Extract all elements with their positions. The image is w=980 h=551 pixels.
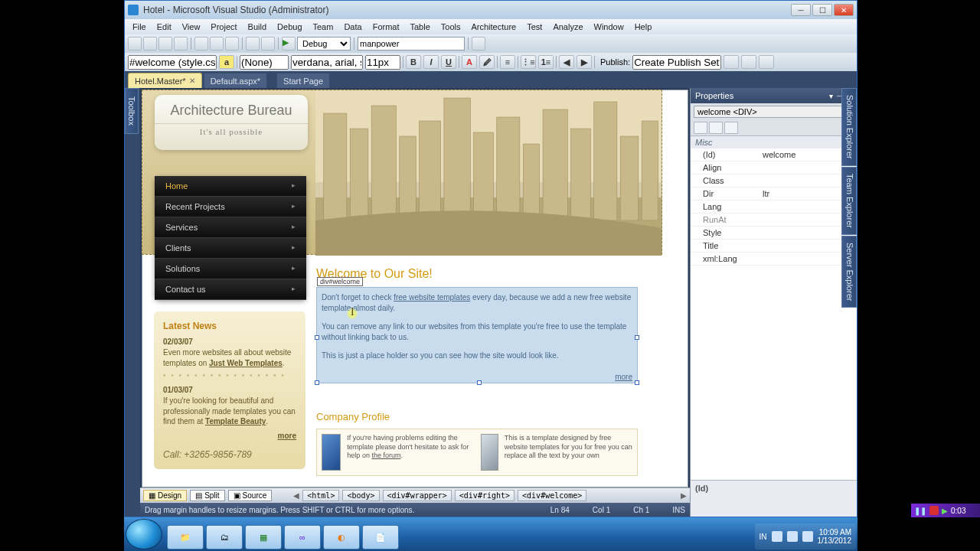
redo-button[interactable] <box>261 37 275 51</box>
split-view-button[interactable]: ▤ Split <box>190 490 224 501</box>
nav-clients[interactable]: Clients <box>155 238 306 259</box>
prop-lang-key[interactable]: Lang <box>691 201 760 213</box>
outdent-button[interactable]: ◀ <box>559 55 574 69</box>
team-explorer-tab[interactable]: Team Explorer <box>841 167 857 235</box>
publish-button-2[interactable] <box>741 55 756 69</box>
tray-network-icon[interactable] <box>787 531 798 542</box>
titlebar[interactable]: Hotel - Microsoft Visual Studio (Adminis… <box>125 1 857 19</box>
publish-button-3[interactable] <box>759 55 774 69</box>
tray-volume-icon[interactable] <box>802 531 813 542</box>
welcome-more-link[interactable]: more <box>615 373 632 381</box>
news-link-1[interactable]: Template Beauty <box>205 417 266 425</box>
record-icon[interactable] <box>929 506 939 515</box>
save-all-button[interactable] <box>174 37 188 51</box>
menubar[interactable]: File Edit View Project Build Debug Team … <box>125 19 857 34</box>
menu-architecture[interactable]: Architecture <box>466 21 521 33</box>
nav-services[interactable]: Services <box>155 217 306 238</box>
system-tray[interactable]: IN 10:09 AM1/13/2012 <box>755 523 857 549</box>
highlight-button[interactable]: 🖉 <box>479 55 495 69</box>
tab-default-aspx[interactable]: Default.aspx* <box>204 73 267 88</box>
prop-title-key[interactable]: Title <box>691 240 760 252</box>
resize-handle[interactable] <box>315 380 319 385</box>
crumb-body[interactable]: <body> <box>342 490 379 501</box>
welcome-link[interactable]: free website templates <box>394 293 470 302</box>
publish-button-1[interactable] <box>724 55 739 69</box>
underline-button[interactable]: U <box>441 55 456 69</box>
menu-window[interactable]: Window <box>590 21 629 33</box>
bullets-button[interactable]: ⋮≡ <box>521 55 536 69</box>
crumb-welcome[interactable]: <div#welcome> <box>518 490 586 501</box>
forum-link[interactable]: the forum <box>371 452 400 459</box>
nav-recent[interactable]: Recent Projects <box>155 197 306 217</box>
events-button[interactable] <box>724 122 738 134</box>
task-excel[interactable]: ▦ <box>245 525 282 549</box>
crumb-right[interactable]: <div#right> <box>455 490 514 501</box>
tray-lang[interactable]: IN <box>760 533 767 541</box>
new-button[interactable] <box>128 37 142 51</box>
category-misc[interactable]: Misc <box>695 138 713 147</box>
menu-file[interactable]: File <box>128 21 151 33</box>
element-selector[interactable]: welcome <DIV> <box>694 106 854 118</box>
task-explorer[interactable]: 📁 <box>167 525 204 549</box>
prop-style-key[interactable]: Style <box>691 227 760 239</box>
nav-solutions[interactable]: Solutions <box>155 259 306 279</box>
task-vs[interactable]: ∞ <box>284 525 321 549</box>
close-icon[interactable]: ✕ <box>189 77 195 85</box>
indent-button[interactable]: ▶ <box>577 55 592 69</box>
welcome-div-selected[interactable]: div#welcome Don't forget to check free w… <box>316 287 638 383</box>
numbers-button[interactable]: 1≡ <box>538 55 554 69</box>
prop-class-key[interactable]: Class <box>691 174 760 187</box>
windows-taskbar[interactable]: 📁 🗂 ▦ ∞ ◐ 📄 IN 10:09 AM1/13/2012 <box>124 517 858 551</box>
prop-align-key[interactable]: Align <box>691 161 760 174</box>
close-button[interactable]: ✕ <box>834 4 854 16</box>
crumb-html[interactable]: <html> <box>302 490 339 501</box>
tray-flag-icon[interactable] <box>772 531 782 542</box>
undo-button[interactable] <box>246 37 260 51</box>
categorized-button[interactable] <box>694 122 707 134</box>
task-firefox[interactable]: ◐ <box>323 525 360 549</box>
menu-view[interactable]: View <box>178 21 205 33</box>
menu-team[interactable]: Team <box>309 21 338 33</box>
resize-handle[interactable] <box>477 380 482 385</box>
source-view-button[interactable]: ▣ Source <box>228 490 273 501</box>
cut-button[interactable] <box>194 37 208 51</box>
toolbox-tab[interactable]: Toolbox <box>125 88 139 134</box>
font-color-button[interactable]: A <box>462 55 477 69</box>
design-view-button[interactable]: ▦ Design <box>143 490 187 501</box>
align-button[interactable]: ≡ <box>500 55 515 69</box>
properties-grid[interactable]: Misc (Id)welcome Align Class Dirltr Lang… <box>691 136 857 480</box>
config-dropdown[interactable]: Debug <box>297 37 351 51</box>
task-notepad[interactable]: 📄 <box>362 525 399 549</box>
news-link-0[interactable]: Just Web Templates <box>209 359 283 367</box>
tab-start-page[interactable]: Start Page <box>276 73 330 88</box>
find-combo[interactable] <box>358 37 465 51</box>
paste-button[interactable] <box>225 37 239 51</box>
tray-clock[interactable]: 10:09 AM1/13/2012 <box>818 528 852 545</box>
dropdown-icon[interactable]: ▾ <box>829 92 833 100</box>
tab-hotel-master[interactable]: Hotel.Master*✕ <box>128 73 202 88</box>
nav-home[interactable]: Home <box>155 176 306 197</box>
resize-handle[interactable] <box>315 335 319 340</box>
apply-style-button[interactable]: a <box>219 55 234 69</box>
bold-button[interactable]: B <box>406 55 421 69</box>
menu-analyze[interactable]: Analyze <box>548 21 587 33</box>
maximize-button[interactable]: ☐ <box>812 4 832 16</box>
style-rule-combo[interactable] <box>240 55 289 70</box>
nav-contact[interactable]: Contact us <box>155 279 306 300</box>
server-explorer-tab[interactable]: Server Explorer <box>841 236 857 308</box>
minimize-button[interactable]: ─ <box>791 4 811 16</box>
menu-tools[interactable]: Tools <box>436 21 466 33</box>
menu-build[interactable]: Build <box>243 21 271 33</box>
start-button[interactable] <box>126 519 162 549</box>
crumb-wrapper[interactable]: <div#wrapper> <box>383 490 452 501</box>
menu-data[interactable]: Data <box>339 21 366 33</box>
start-debug-button[interactable]: ▶ <box>282 37 296 51</box>
resize-handle[interactable] <box>635 335 639 340</box>
screen-recorder-widget[interactable]: ❚❚ ▶ 0:03 <box>911 504 980 517</box>
prop-id-key[interactable]: (Id) <box>691 148 760 161</box>
menu-help[interactable]: Help <box>630 21 657 33</box>
menu-project[interactable]: Project <box>206 21 241 33</box>
resize-handle[interactable] <box>635 380 639 385</box>
css-selector-combo[interactable] <box>128 55 217 70</box>
save-button[interactable] <box>158 37 172 51</box>
